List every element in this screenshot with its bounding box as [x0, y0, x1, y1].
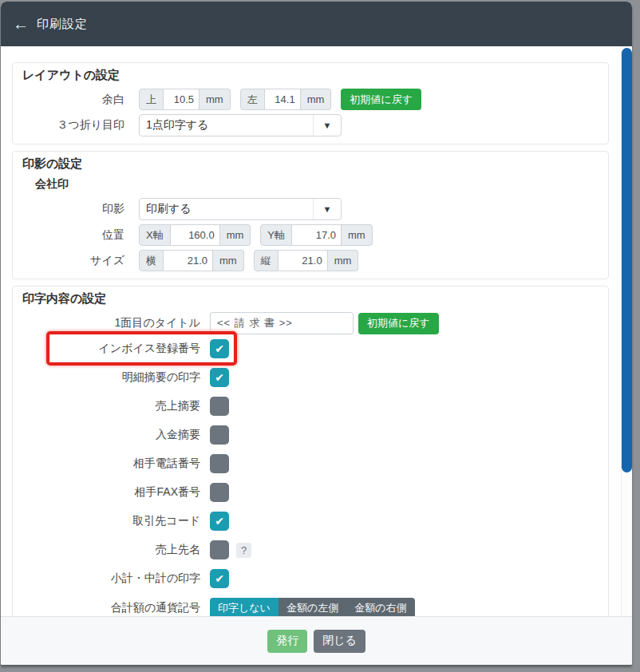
fold-mark-label: ３つ折り目印 — [22, 118, 124, 132]
currency-option-none[interactable]: 印字しない — [210, 598, 279, 616]
size-width-unit: mm — [213, 250, 244, 271]
chevron-down-icon: ▼ — [313, 115, 341, 136]
position-x-unit: mm — [220, 224, 251, 246]
page1-title-label: 1面目のタイトル — [22, 316, 200, 330]
print-settings-dialog: ← 印刷設定 レイアウトの設定 余白 上 mm 左 mm 初期値に戻す — [1, 2, 632, 665]
size-width-prefix: 横 — [139, 250, 164, 271]
fold-mark-select-value: 1点印字する — [140, 115, 313, 136]
scrollbar-track[interactable] — [621, 46, 632, 616]
size-width-input[interactable] — [164, 250, 213, 271]
currency-symbol-label: 合計額の通貨記号 — [22, 601, 200, 615]
position-x-prefix: X軸 — [139, 224, 171, 246]
page1-title-input[interactable] — [210, 312, 354, 334]
section-title: レイアウトの設定 — [22, 68, 599, 83]
checkbox-label: 相手FAX番号 — [22, 485, 200, 500]
margin-left-prefix: 左 — [240, 89, 265, 110]
issue-button[interactable]: 発行 — [267, 630, 307, 653]
size-row: サイズ 横 mm 縦 mm — [22, 250, 599, 271]
size-label: サイズ — [22, 254, 124, 268]
checkbox-label: 入金摘要 — [22, 428, 200, 442]
company-seal-subtitle: 会社印 — [35, 177, 599, 192]
client-code-checkbox[interactable]: ✔ — [210, 512, 229, 531]
size-height-prefix: 縦 — [254, 250, 279, 271]
invoice-number-checkbox[interactable]: ✔ — [210, 339, 229, 358]
fold-mark-row: ３つ折り目印 1点印字する ▼ — [22, 114, 599, 136]
dialog-footer: 発行 閉じる — [1, 616, 632, 665]
sales-destination-checkbox[interactable]: ✔ — [210, 540, 229, 559]
checkbox-row-subtotal-print: 小計・中計の印字 ✔ — [22, 569, 599, 588]
close-button[interactable]: 閉じる — [314, 630, 365, 653]
margin-left-input[interactable] — [265, 89, 301, 110]
checkbox-row-partner-phone: 相手電話番号 ✔ — [22, 454, 599, 473]
margin-top-prefix: 上 — [139, 89, 164, 110]
position-y-input[interactable] — [292, 224, 342, 246]
margin-left-unit: mm — [301, 89, 332, 110]
position-y-group: Y軸 mm — [260, 224, 372, 246]
back-arrow-icon[interactable]: ← — [13, 16, 29, 32]
checkbox-label: 相手電話番号 — [22, 457, 200, 471]
stamp-select[interactable]: 印刷する ▼ — [139, 198, 342, 220]
position-x-input[interactable] — [171, 224, 220, 246]
position-y-prefix: Y軸 — [260, 224, 292, 246]
checkbox-row-sales-destination: 売上先名 ✔ ? — [22, 540, 599, 559]
section-layout-settings: レイアウトの設定 余白 上 mm 左 mm 初期値に戻す ３つ折り目印 1点 — [12, 62, 609, 144]
position-row: 位置 X軸 mm Y軸 mm — [22, 224, 599, 246]
help-icon[interactable]: ? — [236, 543, 251, 558]
dialog-header: ← 印刷設定 — [1, 2, 632, 46]
section-title: 印影の設定 — [22, 156, 599, 172]
dialog-body: レイアウトの設定 余白 上 mm 左 mm 初期値に戻す ３つ折り目印 1点 — [1, 46, 632, 616]
stamp-row: 印影 印刷する ▼ — [22, 198, 599, 220]
check-icon: ✔ — [215, 343, 224, 354]
margin-reset-button[interactable]: 初期値に戻す — [341, 89, 421, 110]
check-icon: ✔ — [215, 516, 224, 527]
checkbox-label: 明細摘要の印字 — [22, 370, 200, 385]
position-label: 位置 — [22, 228, 124, 243]
scrollbar-thumb[interactable] — [622, 48, 632, 472]
chevron-down-icon: ▼ — [313, 199, 341, 219]
checkbox-row-client-code: 取引先コード ✔ — [22, 512, 599, 531]
margin-left-group: 左 mm — [240, 89, 332, 110]
check-icon: ✔ — [215, 573, 224, 584]
subtotal-print-checkbox[interactable]: ✔ — [210, 569, 229, 588]
checkbox-row-deposit-summary: 入金摘要 ✔ — [22, 425, 599, 445]
size-height-group: 縦 mm — [254, 250, 359, 271]
fold-mark-select[interactable]: 1点印字する ▼ — [139, 114, 342, 136]
currency-symbol-segmented-control: 印字しない 金額の左側 金額の右側 — [210, 598, 415, 616]
page1-title-row: 1面目のタイトル 初期値に戻す — [22, 312, 599, 334]
checkbox-label: 取引先コード — [22, 514, 200, 528]
partner-phone-checkbox[interactable]: ✔ — [210, 454, 229, 473]
margin-top-unit: mm — [200, 89, 231, 110]
checkbox-label: インボイス登録番号 — [22, 342, 200, 356]
check-icon: ✔ — [215, 372, 224, 383]
sales-summary-checkbox[interactable]: ✔ — [210, 397, 229, 416]
page1-title-reset-button[interactable]: 初期値に戻す — [358, 313, 439, 334]
section-title: 印字内容の設定 — [22, 291, 599, 306]
position-x-group: X軸 mm — [139, 224, 251, 246]
partner-fax-checkbox[interactable]: ✔ — [210, 483, 229, 502]
checkbox-row-detail-summary: 明細摘要の印字 ✔ — [22, 368, 599, 387]
margin-label: 余白 — [22, 93, 124, 107]
position-y-unit: mm — [342, 224, 373, 246]
size-width-group: 横 mm — [139, 250, 244, 271]
stamp-select-value: 印刷する — [140, 199, 313, 219]
stamp-label: 印影 — [22, 202, 124, 216]
margin-row: 余白 上 mm 左 mm 初期値に戻す — [22, 89, 599, 110]
checkbox-label: 売上摘要 — [22, 399, 200, 413]
section-print-content-settings: 印字内容の設定 1面目のタイトル 初期値に戻す インボイス登録番号 ✔ 明細摘要… — [12, 286, 609, 616]
currency-option-right[interactable]: 金額の右側 — [346, 598, 414, 616]
currency-symbol-row: 合計額の通貨記号 印字しない 金額の左側 金額の右側 — [22, 598, 599, 616]
currency-option-left[interactable]: 金額の左側 — [279, 598, 346, 616]
checkbox-label: 小計・中計の印字 — [22, 571, 200, 586]
checkbox-row-invoice-number: インボイス登録番号 ✔ — [22, 339, 599, 358]
size-height-unit: mm — [328, 250, 359, 271]
checkbox-row-sales-summary: 売上摘要 ✔ — [22, 397, 599, 416]
section-seal-settings: 印影の設定 会社印 印影 印刷する ▼ 位置 X軸 mm Y軸 — [12, 151, 609, 279]
checkbox-row-partner-fax: 相手FAX番号 ✔ — [22, 483, 599, 502]
margin-top-group: 上 mm — [139, 89, 231, 110]
checkbox-label: 売上先名 — [22, 543, 200, 557]
detail-summary-checkbox[interactable]: ✔ — [210, 368, 229, 387]
size-height-input[interactable] — [279, 250, 328, 271]
page-title: 印刷設定 — [37, 17, 88, 32]
deposit-summary-checkbox[interactable]: ✔ — [210, 425, 229, 445]
margin-top-input[interactable] — [164, 89, 200, 110]
